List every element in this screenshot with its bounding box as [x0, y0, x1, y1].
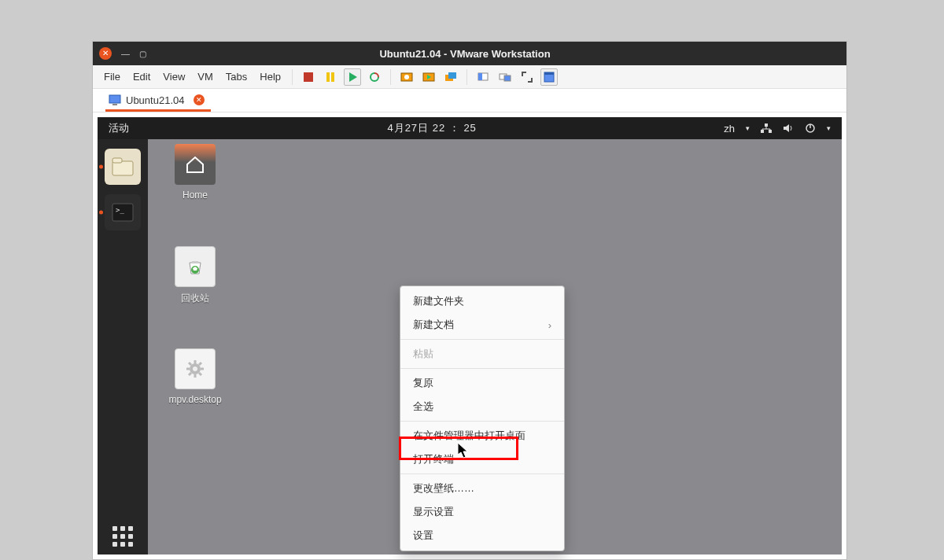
chevron-down-icon: ▾ — [827, 124, 831, 132]
svg-rect-15 — [544, 72, 554, 75]
vm-tab[interactable]: Ubuntu21.04 ✕ — [105, 90, 211, 112]
menu-view[interactable]: View — [157, 71, 191, 83]
desktop-icon-trash[interactable]: 回收站 — [164, 246, 227, 305]
desktop-icon-label: Home — [164, 190, 227, 201]
svg-line-38 — [199, 363, 201, 365]
snapshot-icon[interactable] — [398, 68, 415, 86]
svg-rect-24 — [112, 161, 133, 175]
svg-rect-9 — [448, 72, 456, 79]
toolbar-separator-1 — [390, 69, 391, 85]
menu-display-settings[interactable]: 显示设置 — [400, 500, 564, 524]
clock[interactable]: 4月27日 22 ： 25 — [140, 121, 724, 135]
menu-new-folder[interactable]: 新建文件夹 — [400, 289, 564, 313]
svg-rect-2 — [331, 72, 334, 82]
desktop[interactable]: Home 回收站 mpv.desktop 新建文件夹 — [148, 139, 842, 554]
close-tab-icon[interactable]: ✕ — [194, 94, 205, 105]
menu-settings[interactable]: 设置 — [400, 524, 564, 547]
svg-rect-0 — [304, 72, 313, 82]
monitor-icon — [109, 94, 121, 106]
svg-marker-21 — [784, 124, 789, 132]
titlebar: ✕ — ▢ Ubuntu21.04 - VMware Workstation — [93, 42, 846, 65]
chevron-down-icon: ▾ — [746, 124, 750, 132]
apps-grid-icon — [112, 526, 133, 547]
annotation-highlight — [399, 437, 518, 460]
menu-separator — [400, 368, 564, 369]
maximize-button[interactable]: ▢ — [139, 50, 146, 58]
close-button[interactable]: ✕ — [99, 47, 112, 60]
menubar-separator — [292, 69, 293, 85]
home-folder-icon — [175, 144, 216, 185]
svg-marker-3 — [349, 72, 357, 82]
fullscreen-icon[interactable] — [518, 68, 536, 86]
menu-separator — [400, 473, 564, 474]
desktop-icon-label: 回收站 — [164, 292, 227, 305]
show-apps-button[interactable] — [98, 526, 148, 547]
system-tray[interactable]: zh ▾ ▾ — [724, 123, 842, 134]
svg-rect-16 — [109, 95, 120, 103]
window-title: Ubuntu21.04 - VMware Workstation — [146, 48, 784, 60]
dock-files[interactable] — [105, 149, 141, 185]
power-icon[interactable] — [805, 123, 816, 134]
display-single-icon[interactable] — [474, 68, 492, 86]
menu-select-all[interactable]: 全选 — [400, 395, 564, 418]
network-icon[interactable] — [761, 123, 772, 134]
svg-point-30 — [193, 367, 197, 371]
menu-paste: 粘贴 — [400, 342, 564, 366]
menu-restore[interactable]: 复原 — [400, 371, 564, 395]
dock: >_ — [98, 139, 148, 554]
menu-change-wallpaper[interactable]: 更改壁纸…… — [400, 477, 564, 500]
pause-icon[interactable] — [322, 68, 339, 86]
volume-icon[interactable] — [783, 123, 794, 134]
svg-rect-1 — [326, 72, 330, 82]
desktop-icon-label: mpv.desktop — [164, 394, 227, 405]
svg-point-5 — [404, 75, 409, 79]
power-off-icon[interactable] — [300, 68, 317, 86]
desktop-icon-mpv[interactable]: mpv.desktop — [164, 348, 227, 405]
menu-separator — [400, 339, 564, 340]
snapshot-revert-icon[interactable] — [420, 68, 437, 86]
gnome-top-bar: 活动 4月27日 22 ： 25 zh ▾ ▾ — [98, 117, 842, 139]
menu-new-document[interactable]: 新建文档› — [400, 313, 564, 337]
ubuntu-guest[interactable]: 活动 4月27日 22 ： 25 zh ▾ ▾ >_ — [98, 117, 842, 554]
files-icon — [111, 157, 135, 177]
input-method-indicator[interactable]: zh — [724, 123, 735, 134]
svg-line-37 — [189, 373, 191, 375]
svg-rect-25 — [112, 158, 122, 163]
menu-file[interactable]: File — [98, 71, 127, 83]
menu-help[interactable]: Help — [253, 71, 287, 83]
menu-vm[interactable]: VM — [191, 71, 219, 83]
menu-separator — [400, 421, 564, 422]
gear-icon — [175, 348, 216, 389]
svg-rect-11 — [478, 73, 482, 80]
desktop-context-menu: 新建文件夹 新建文档› 粘贴 复原 全选 在文件管理器中打开桌面 打开终端 更改… — [400, 286, 565, 551]
snapshot-manager-icon[interactable] — [442, 68, 459, 86]
toolbar-separator-2 — [466, 69, 467, 85]
menu-edit[interactable]: Edit — [127, 71, 157, 83]
vm-tabbar: Ubuntu21.04 ✕ — [93, 89, 846, 112]
activities-button[interactable]: 活动 — [98, 121, 140, 135]
display-multi-icon[interactable] — [496, 68, 514, 86]
chevron-right-icon: › — [548, 319, 551, 331]
svg-line-36 — [199, 373, 201, 375]
vm-display-area: 活动 4月27日 22 ： 25 zh ▾ ▾ >_ — [93, 112, 846, 559]
svg-rect-20 — [765, 123, 768, 127]
menu-tabs[interactable]: Tabs — [219, 71, 253, 83]
dock-terminal[interactable]: >_ — [105, 194, 141, 230]
svg-rect-17 — [112, 104, 117, 105]
svg-text:>_: >_ — [116, 206, 124, 214]
play-icon[interactable] — [344, 68, 361, 86]
trash-icon — [175, 246, 216, 287]
svg-rect-13 — [504, 76, 511, 81]
terminal-icon: >_ — [111, 202, 135, 223]
menubar: File Edit View VM Tabs Help — [93, 65, 846, 89]
vmware-window: ✕ — ▢ Ubuntu21.04 - VMware Workstation F… — [92, 41, 847, 560]
restart-icon[interactable] — [366, 68, 383, 86]
unity-mode-icon[interactable] — [540, 68, 558, 86]
vm-tab-label: Ubuntu21.04 — [126, 94, 184, 106]
svg-line-35 — [189, 363, 191, 365]
minimize-button[interactable]: — — [121, 49, 130, 58]
desktop-icon-home[interactable]: Home — [164, 144, 227, 201]
